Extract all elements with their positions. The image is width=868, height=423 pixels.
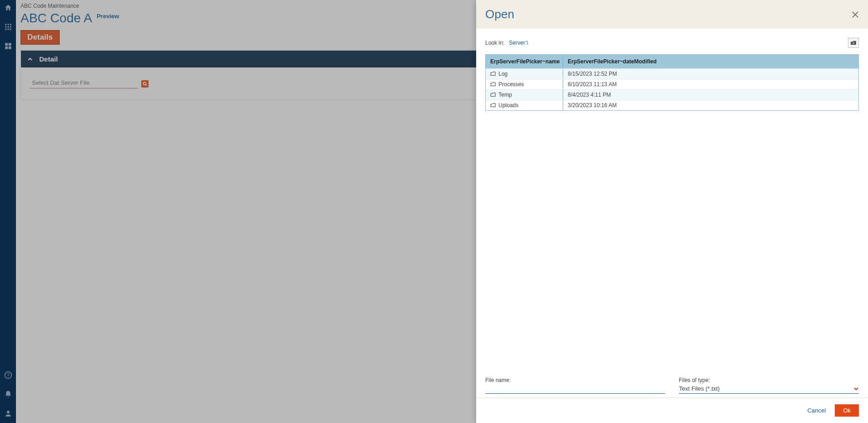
modal-header: Open <box>476 0 868 29</box>
ok-button[interactable]: Ok <box>835 404 859 417</box>
up-folder-button[interactable] <box>848 38 859 48</box>
row-date: 8/15/2023 12:52 PM <box>568 71 617 77</box>
chevron-down-icon <box>853 386 859 392</box>
table-row[interactable]: Processes8/10/2023 11:13 AM <box>486 79 858 89</box>
svg-rect-8 <box>10 29 11 30</box>
svg-text:?: ? <box>7 372 10 378</box>
svg-rect-11 <box>5 46 8 49</box>
row-date: 8/4/2023 4:11 PM <box>568 92 611 98</box>
svg-rect-6 <box>5 29 6 30</box>
folder-icon <box>490 72 496 76</box>
row-date: 3/20/2023 10:16 AM <box>568 102 616 108</box>
open-dialog: Open Look in: Server:\ ErpServerFilePick… <box>476 0 868 423</box>
row-date: 8/10/2023 11:13 AM <box>568 81 616 88</box>
svg-rect-7 <box>7 29 9 30</box>
cancel-button[interactable]: Cancel <box>807 407 826 414</box>
row-name: Log <box>498 71 508 77</box>
lookin-path[interactable]: Server:\ <box>509 40 528 46</box>
file-name-label: File name: <box>485 377 665 383</box>
table-row[interactable]: Uploads3/20/2023 10:16 AM <box>486 100 858 110</box>
dashboard-icon[interactable] <box>4 42 12 50</box>
apps-grid-icon[interactable] <box>4 23 12 31</box>
folder-icon <box>490 103 496 108</box>
user-icon[interactable] <box>4 409 12 418</box>
svg-rect-0 <box>5 24 6 25</box>
col-header-name[interactable]: ErpServerFilePicker~name <box>486 55 563 68</box>
svg-rect-4 <box>7 26 9 28</box>
app-sidebar: ? <box>0 0 16 423</box>
svg-rect-1 <box>7 24 9 25</box>
svg-rect-5 <box>10 26 11 28</box>
svg-rect-9 <box>5 43 8 46</box>
svg-rect-10 <box>8 43 11 46</box>
file-type-select[interactable]: Text Files (*.txt) <box>679 383 859 394</box>
row-name: Temp <box>498 92 512 98</box>
row-name: Uploads <box>498 102 519 108</box>
svg-point-15 <box>7 411 10 413</box>
help-icon[interactable]: ? <box>4 371 12 379</box>
table-row[interactable]: Temp8/4/2023 4:11 PM <box>486 89 858 100</box>
modal-title: Open <box>485 7 514 21</box>
file-type-label: Files of type: <box>679 377 859 383</box>
col-header-date[interactable]: ErpServerFilePicker~dateModified <box>563 55 858 68</box>
folder-icon <box>490 93 496 97</box>
folder-up-icon <box>850 40 857 46</box>
file-table: ErpServerFilePicker~name ErpServerFilePi… <box>485 54 859 111</box>
folder-icon <box>490 82 496 87</box>
lookin-label: Look in: <box>485 40 504 46</box>
close-icon[interactable] <box>852 11 859 18</box>
svg-rect-3 <box>5 26 6 28</box>
file-name-input[interactable] <box>485 385 665 392</box>
row-name: Processes <box>498 81 524 88</box>
file-type-value: Text Files (*.txt) <box>679 385 720 392</box>
home-icon[interactable] <box>4 4 12 12</box>
svg-rect-12 <box>8 46 11 49</box>
table-row[interactable]: Log8/15/2023 12:52 PM <box>486 68 858 79</box>
bell-icon[interactable] <box>4 390 12 398</box>
svg-rect-2 <box>10 24 11 25</box>
